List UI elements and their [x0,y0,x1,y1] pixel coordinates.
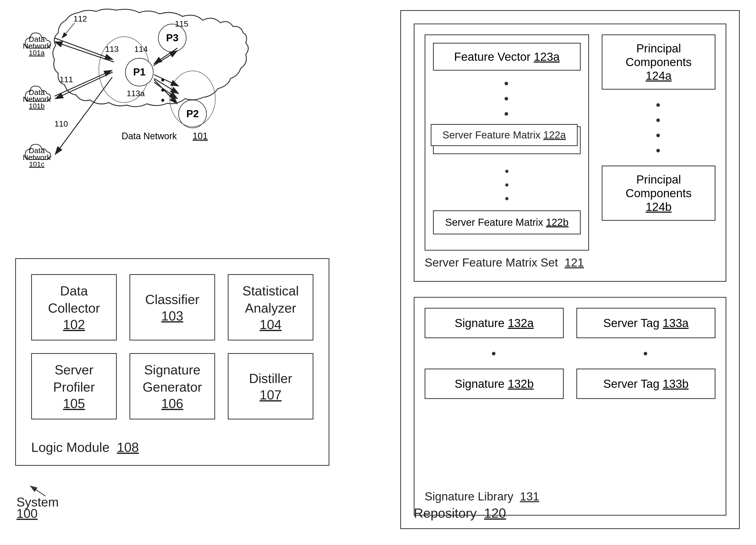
classifier-ref: 103 [161,308,183,323]
svg-text:101a: 101a [29,49,45,57]
statistical-analyzer-box: StatisticalAnalyzer 104 [228,274,313,340]
svg-text:P1: P1 [133,66,146,78]
server-matrix-122b: Server Feature Matrix 122b [433,210,581,235]
dots-pc: •••• [602,97,715,158]
sig-lib-label: Signature Library 131 [425,490,715,503]
st-133a-label: Server Tag [603,316,659,329]
sm-122b-ref: 122b [546,217,569,228]
sfms-ref: 121 [564,256,584,269]
server-feature-matrix-set: Feature Vector 123a ••• Feature Vector 1… [414,24,726,282]
distiller-box: Distiller 107 [228,353,313,419]
sig-132b-ref: 132b [508,377,534,390]
server-tag-133a: Server Tag 133a [576,308,715,338]
logic-module-text: Logic Module [31,440,109,455]
statistical-analyzer-label: StatisticalAnalyzer [242,282,299,317]
classifier-box: Classifier 103 [129,274,215,340]
sig-132b-label: Signature [455,377,504,390]
svg-text:115: 115 [175,19,188,28]
data-collector-ref: 102 [63,317,85,332]
svg-text:•: • [161,94,165,106]
system-ref: 100 [16,506,37,521]
statistical-analyzer-ref: 104 [260,317,282,332]
distiller-ref: 107 [260,387,282,402]
repo-ref: 120 [484,506,506,520]
principal-124b: PrincipalComponents124b [602,166,715,221]
sfms-matrix-area: ••• Server Feature Matrix 122b [433,164,581,235]
dots-st: • [576,346,715,361]
svg-text:111: 111 [60,75,73,84]
svg-text:101b: 101b [29,102,45,110]
signature-generator-ref: 106 [161,396,183,411]
svg-text:Data Network: Data Network [122,131,177,141]
data-collector-label: Data Collector [37,282,111,317]
server-profiler-box: ServerProfiler 105 [31,353,117,419]
svg-text:112: 112 [73,14,87,23]
sig-132a-ref: 132a [508,316,534,329]
pc-124a-label: PrincipalComponents [626,42,692,69]
st-133b-label: Server Tag [603,377,659,390]
sig-lib-inner: Signature 132a • Signature 132b Server T… [425,308,715,484]
data-collector-box: Data Collector 102 [31,274,117,340]
pc-124a-ref: 124a [646,69,671,82]
sig-lib-ref: 131 [520,490,539,503]
system-label-area: System 100 [15,481,79,512]
sfms-right-col: PrincipalComponents124a •••• PrincipalCo… [602,34,715,251]
pc-124b-label: PrincipalComponents [626,173,692,200]
svg-text:113a: 113a [127,89,145,98]
server-profiler-ref: 105 [63,396,85,411]
logic-module-ref: 108 [117,440,139,455]
sig-132a-label: Signature [455,316,504,329]
svg-text:101c: 101c [29,160,45,168]
distiller-label: Distiller [249,370,292,387]
classifier-label: Classifier [145,291,199,308]
sm-122a-ref: 122a [543,129,566,141]
server-matrix-122a-overlay: Server Feature Matrix 122a [431,124,578,146]
svg-text:P3: P3 [166,32,179,43]
fv-123a-ref: 123a [534,50,560,63]
svg-text:101: 101 [193,131,208,141]
logic-module-inner: Data Collector 102 Classifier 103 Statis… [16,259,329,435]
st-133b-ref: 133b [663,377,689,390]
fv-123a-label: Feature Vector [454,50,531,63]
svg-text:113: 113 [105,45,119,54]
sig-left-col: Signature 132a • Signature 132b [425,308,564,484]
svg-text:114: 114 [134,45,148,54]
sm-122b-label: Server Feature Matrix [445,217,543,228]
sig-right-col: Server Tag 133a • Server Tag 133b [576,308,715,484]
server-tag-133b: Server Tag 133b [576,368,715,399]
signature-132b: Signature 132b [425,368,564,399]
sfms-label: Server Feature Matrix Set 121 [425,256,715,270]
signature-132a: Signature 132a [425,308,564,338]
svg-text:P2: P2 [186,108,199,119]
dots-sig: • [425,346,564,361]
signature-generator-box: SignatureGenerator 106 [129,353,215,419]
repository-inner: Feature Vector 123a ••• Feature Vector 1… [401,11,739,528]
logic-module-label: Logic Module 108 [31,440,139,455]
feature-vector-123a: Feature Vector 123a [433,43,581,71]
dots-fv: ••• [433,76,581,121]
svg-line-42 [30,486,46,496]
pc-124b-ref: 124b [646,200,671,214]
logic-module-container: Data Collector 102 Classifier 103 Statis… [15,258,329,466]
repository-panel: Feature Vector 123a ••• Feature Vector 1… [400,10,740,529]
signature-library: Signature 132a • Signature 132b Server T… [414,297,726,516]
signature-generator-label: SignatureGenerator [143,361,202,396]
repo-label: Repository 120 [414,505,506,521]
server-profiler-label: ServerProfiler [53,361,95,396]
svg-text:110: 110 [54,119,68,128]
st-133a-ref: 133a [663,316,689,329]
principal-124a: PrincipalComponents124a [602,34,715,90]
